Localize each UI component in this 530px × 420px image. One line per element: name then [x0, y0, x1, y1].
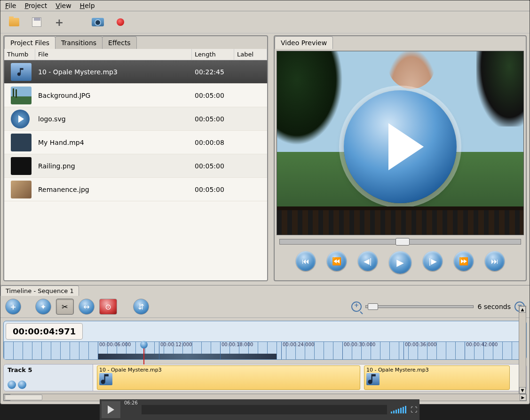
zoom-knob[interactable]: [368, 303, 378, 310]
file-length: 00:05:00: [192, 186, 234, 193]
track-mute-button[interactable]: [8, 380, 16, 389]
forward-button[interactable]: ⏩: [454, 251, 474, 271]
seek-knob[interactable]: [396, 238, 410, 246]
save-button[interactable]: [29, 15, 45, 29]
menu-view[interactable]: View: [55, 2, 71, 9]
file-length: 00:05:00: [192, 92, 234, 99]
file-row[interactable]: 10 - Opale Mystere.mp3 00:22:45: [4, 60, 267, 84]
save-icon: [32, 17, 41, 27]
play-icon: ▶: [396, 257, 403, 268]
file-row[interactable]: Background.JPG 00:05:00: [4, 84, 267, 107]
record-icon: [117, 18, 124, 26]
scroll-down-button[interactable]: ▼: [519, 387, 526, 394]
file-thumb: [11, 157, 32, 175]
track-header[interactable]: Track 5: [4, 365, 93, 391]
tool-resize[interactable]: ↔: [79, 299, 95, 315]
zoom-label: 6 seconds: [477, 303, 511, 310]
prev-frame-button[interactable]: ◀|: [358, 251, 378, 271]
file-length: 00:22:45: [192, 68, 234, 76]
video-preview[interactable]: [277, 51, 524, 235]
main-toolbar: +: [0, 11, 530, 33]
col-file[interactable]: File: [35, 49, 192, 60]
clip-label: 10 - Opale Mystere.mp3: [366, 367, 507, 373]
scroll-up-button[interactable]: ▲: [519, 306, 526, 313]
scroll-right-button[interactable]: ▶: [520, 394, 526, 401]
plus-icon: +: [55, 16, 63, 28]
preview-panel: Video Preview ⏮ ⏪ ◀| ▶ |▶ ⏩: [274, 35, 527, 281]
ruler-mark: 00:00:36:000: [403, 342, 436, 359]
tool-snap[interactable]: ⊙: [99, 299, 117, 315]
rewind-icon: ⏪: [332, 257, 341, 266]
file-row[interactable]: Remanence.jpg 00:05:00: [4, 178, 267, 201]
open-button[interactable]: [6, 15, 22, 29]
timeline-v-scrollbar[interactable]: ▲ ▼: [519, 306, 526, 394]
tool-center-playhead[interactable]: ⇵: [133, 299, 149, 315]
timecode-display: 00:00:04:971: [6, 323, 83, 340]
tool-arrow[interactable]: ✦: [35, 299, 51, 315]
overlay-play-button[interactable]: [102, 401, 120, 418]
track-lock-button[interactable]: [18, 380, 26, 389]
tool-razor[interactable]: ✂: [56, 299, 74, 315]
col-thumb[interactable]: Thumb: [4, 49, 35, 60]
file-length: 00:05:00: [192, 115, 234, 123]
music-icon: [99, 373, 112, 385]
track-body[interactable]: 10 - Opale Mystere.mp3 10 - Opale Myster…: [93, 365, 526, 391]
timeline-ruler[interactable]: 00:00:06:00000:00:12:00000:00:18:00000:0…: [4, 341, 526, 359]
tab-transitions[interactable]: Transitions: [55, 36, 103, 49]
play-button[interactable]: ▶: [389, 251, 411, 274]
file-thumb: [11, 63, 32, 81]
file-name: logo.svg: [35, 115, 192, 123]
goto-end-button[interactable]: ⏭: [485, 251, 505, 271]
menu-file[interactable]: File: [5, 2, 16, 9]
fwd-icon: ⏩: [459, 257, 468, 266]
timeline-clip[interactable]: 10 - Opale Mystere.mp3: [97, 365, 360, 390]
ruler-mark: 00:00:18:000: [220, 342, 253, 359]
tool-add-marker[interactable]: +: [5, 299, 21, 315]
preview-seek-bar[interactable]: [279, 239, 521, 245]
timeline-section: Timeline - Sequence 1 + ✦ ✂ ↔ ⊙ ⇵ 6 seco…: [0, 285, 530, 404]
camera-icon: [92, 18, 104, 26]
file-name: Remanence.jpg: [35, 186, 192, 193]
tab-project-files[interactable]: Project Files: [4, 36, 55, 49]
rewind-button[interactable]: ⏪: [327, 251, 347, 271]
file-list: Thumb File Length Label 10 - Opale Myste…: [4, 49, 267, 280]
zoom-slider[interactable]: [365, 305, 474, 308]
scroll-thumb[interactable]: [5, 395, 42, 400]
project-panel: Project Files Transitions Effects Thumb …: [3, 35, 268, 281]
skip-back-icon: ⏮: [302, 257, 309, 266]
timeline-clip[interactable]: 10 - Opale Mystere.mp3: [364, 365, 510, 390]
menu-bar: File Project View Help: [0, 0, 530, 11]
next-frame-button[interactable]: |▶: [423, 251, 443, 271]
preview-decoration: [277, 51, 343, 145]
record-button[interactable]: [112, 15, 128, 29]
zoom-in-button[interactable]: [351, 301, 362, 312]
tab-effects[interactable]: Effects: [102, 36, 137, 49]
timeline-toolbar: + ✦ ✂ ↔ ⊙ ⇵ 6 seconds: [0, 296, 530, 318]
file-length: 00:05:00: [192, 162, 234, 170]
file-row[interactable]: logo.svg 00:05:00: [4, 107, 267, 131]
overlay-volume[interactable]: [391, 406, 406, 413]
menu-project[interactable]: Project: [24, 2, 47, 9]
preview-decoration: [277, 206, 523, 235]
col-length[interactable]: Length: [192, 49, 234, 60]
overlay-fullscreen-button[interactable]: ⛶: [410, 406, 418, 413]
add-button[interactable]: +: [51, 15, 67, 29]
tab-video-preview[interactable]: Video Preview: [275, 36, 333, 49]
preview-decoration: [476, 51, 523, 127]
ruler-mark: 00:00:30:000: [342, 342, 375, 359]
transport-controls: ⏮ ⏪ ◀| ▶ |▶ ⏩ ⏭: [275, 246, 526, 280]
skip-fwd-icon: ⏭: [491, 257, 498, 266]
tab-timeline[interactable]: Timeline - Sequence 1: [0, 285, 79, 296]
file-row[interactable]: My Hand.mp4 00:00:08: [4, 131, 267, 154]
ruler-mark: 00:00:12:000: [159, 342, 192, 359]
overlay-time: 06:26: [124, 400, 138, 405]
file-thumb: [11, 87, 32, 104]
col-label[interactable]: Label: [234, 49, 267, 60]
goto-start-button[interactable]: ⏮: [296, 251, 316, 271]
snapshot-button[interactable]: [90, 15, 106, 29]
overlay-progress-bar[interactable]: [142, 405, 387, 414]
file-list-header: Thumb File Length Label: [4, 49, 267, 60]
menu-help[interactable]: Help: [80, 2, 95, 9]
file-row[interactable]: Railing.png 00:05:00: [4, 154, 267, 178]
play-overlay-icon: [344, 90, 457, 203]
